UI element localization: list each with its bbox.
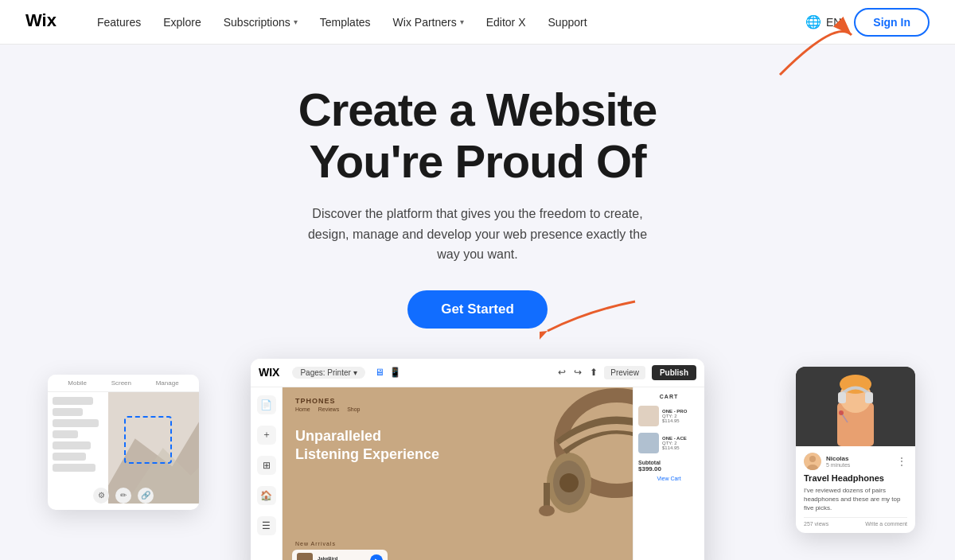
user-info: Nicolas 5 minutes bbox=[826, 455, 891, 468]
main-editor-window: WIX Pages: Printer ▾ 🖥 📱 ↩ ↪ ⬆ Preview P… bbox=[251, 359, 704, 560]
desktop-icon[interactable]: 🖥 bbox=[375, 367, 384, 378]
signin-button[interactable]: Sign In bbox=[854, 8, 930, 37]
cart-panel: CART ONE - PRO QTY: 2 $114.95 ONE - ACE bbox=[633, 387, 704, 560]
editor-sidebar: 📄 ＋ ⊞ 🏠 ☰ bbox=[251, 387, 283, 560]
left-col-manage: Manage bbox=[156, 379, 179, 387]
user-name: Nicolas bbox=[826, 455, 891, 462]
left-card-body bbox=[48, 392, 199, 504]
nav-templates[interactable]: Templates bbox=[320, 16, 371, 29]
preview-section: Mobile Screen Manage bbox=[0, 359, 955, 560]
cart-total-amount: $399.00 bbox=[638, 465, 700, 472]
svg-point-22 bbox=[839, 410, 844, 415]
nav-features[interactable]: Features bbox=[97, 16, 141, 29]
globe-icon: 🌐 bbox=[805, 14, 821, 29]
svg-point-11 bbox=[559, 473, 579, 492]
cart-title: CART bbox=[638, 394, 700, 399]
blog-card-body: Nicolas 5 minutes ⋮ Travel Headphones I'… bbox=[796, 446, 915, 534]
sidebar-add-icon[interactable]: ＋ bbox=[257, 426, 276, 445]
chevron-down-icon: ▾ bbox=[294, 18, 298, 26]
wix-logo[interactable]: Wix bbox=[25, 12, 65, 33]
cart-item-image-2 bbox=[638, 433, 659, 453]
left-card-icon-3[interactable]: 🔗 bbox=[138, 488, 154, 504]
sidebar-media-icon[interactable]: 🏠 bbox=[257, 486, 276, 505]
post-footer: 257 views Write a comment bbox=[804, 517, 907, 527]
canvas-navigation: Home Reviews Shop bbox=[295, 406, 361, 412]
editor-device-icons: 🖥 📱 bbox=[375, 367, 401, 378]
canvas-section-label: New Arrivals bbox=[295, 541, 336, 546]
cta-arrow bbox=[540, 295, 643, 343]
nav-explore[interactable]: Explore bbox=[163, 16, 201, 29]
nav-subscriptions[interactable]: Subscriptions ▾ bbox=[224, 16, 298, 29]
left-card-actions: ⚙ ✏ 🔗 bbox=[48, 488, 199, 504]
undo-icon[interactable]: ↩ bbox=[558, 367, 566, 378]
left-card-rows bbox=[48, 392, 108, 504]
language-selector[interactable]: 🌐 EN bbox=[805, 14, 841, 29]
svg-rect-20 bbox=[865, 392, 873, 403]
editor-preview-button[interactable]: Preview bbox=[604, 366, 645, 379]
hero-subtitle: Discover the platform that gives you the… bbox=[302, 204, 653, 265]
hero-title: Create a Website You're Proud Of bbox=[16, 84, 939, 188]
left-editor-card: Mobile Screen Manage bbox=[48, 375, 199, 510]
user-avatar bbox=[804, 453, 821, 470]
canvas-nav-home: Home bbox=[295, 406, 310, 412]
editor-wix-logo: WIX bbox=[259, 366, 279, 379]
editor-publish-button[interactable]: Publish bbox=[652, 365, 696, 380]
blog-card-image bbox=[796, 367, 915, 446]
post-body: I've reviewed dozens of pairs headphones… bbox=[804, 486, 907, 513]
canvas-brand-label: TPHONES bbox=[295, 397, 336, 405]
cart-view-button[interactable]: View Cart bbox=[638, 476, 700, 481]
editor-topbar: WIX Pages: Printer ▾ 🖥 📱 ↩ ↪ ⬆ Preview P… bbox=[251, 359, 704, 387]
nav-right: 🌐 EN Sign In bbox=[805, 8, 930, 37]
svg-point-24 bbox=[809, 456, 816, 462]
sidebar-pages-icon[interactable]: 📄 bbox=[257, 395, 276, 414]
svg-rect-19 bbox=[838, 392, 846, 403]
nav-support[interactable]: Support bbox=[548, 16, 587, 29]
right-blog-card: Nicolas 5 minutes ⋮ Travel Headphones I'… bbox=[796, 367, 915, 534]
share-icon[interactable]: ⬆ bbox=[590, 367, 598, 378]
canvas-music-card: JakeBird Mo Again ▶ bbox=[292, 550, 388, 560]
editor-page-selector[interactable]: Pages: Printer ▾ bbox=[292, 367, 364, 379]
left-card-icon-2[interactable]: ✏ bbox=[115, 488, 131, 504]
editor-body: 📄 ＋ ⊞ 🏠 ☰ TPHONES Home Reviews Shop Unpa… bbox=[251, 387, 704, 560]
editor-canvas: TPHONES Home Reviews Shop Unparalleled L… bbox=[283, 387, 704, 560]
music-thumbnail bbox=[297, 553, 313, 560]
person-graphic bbox=[796, 367, 915, 446]
redo-icon[interactable]: ↪ bbox=[574, 367, 582, 378]
left-card-header: Mobile Screen Manage bbox=[48, 375, 199, 392]
left-col-mobile: Mobile bbox=[68, 379, 87, 387]
svg-point-14 bbox=[539, 505, 555, 516]
cart-item-1: ONE - PRO QTY: 2 $114.95 bbox=[638, 406, 700, 426]
cart-item-info-2: ONE - ACE QTY: 2 $114.95 bbox=[662, 436, 700, 450]
canvas-headline: Unparalleled Listening Experience bbox=[295, 427, 439, 465]
cart-subtotal-label: Subtotal bbox=[638, 460, 700, 465]
svg-text:Wix: Wix bbox=[25, 12, 57, 29]
chevron-down-icon: ▾ bbox=[460, 18, 464, 26]
hero-section: Create a Website You're Proud Of Discove… bbox=[0, 45, 955, 344]
cart-item-2: ONE - ACE QTY: 2 $114.95 bbox=[638, 433, 700, 453]
music-play-button[interactable]: ▶ bbox=[370, 554, 383, 560]
cart-item-info-1: ONE - PRO QTY: 2 $114.95 bbox=[662, 409, 700, 423]
get-started-button[interactable]: Get Started bbox=[407, 290, 548, 329]
left-col-screen: Screen bbox=[111, 379, 131, 387]
editor-toolbar: ↩ ↪ ⬆ bbox=[558, 367, 598, 378]
post-title: Travel Headphones bbox=[804, 473, 907, 483]
nav-editor-x[interactable]: Editor X bbox=[486, 16, 526, 29]
left-card-preview bbox=[108, 392, 199, 504]
cta-wrapper: Get Started bbox=[407, 290, 548, 329]
write-comment-button[interactable]: Write a comment bbox=[865, 521, 907, 527]
nav-links: Features Explore Subscriptions ▾ Templat… bbox=[97, 16, 805, 29]
left-card-icon-1[interactable]: ⚙ bbox=[93, 488, 109, 504]
music-info: JakeBird Mo Again bbox=[318, 556, 365, 560]
user-menu-icon[interactable]: ⋮ bbox=[896, 455, 907, 468]
nav-wix-partners[interactable]: Wix Partners ▾ bbox=[393, 16, 464, 29]
sidebar-layers-icon[interactable]: ☰ bbox=[257, 516, 276, 535]
cart-item-image-1 bbox=[638, 406, 659, 426]
sidebar-apps-icon[interactable]: ⊞ bbox=[257, 456, 276, 475]
blog-card-user: Nicolas 5 minutes ⋮ bbox=[804, 453, 907, 470]
canvas-nav-reviews: Reviews bbox=[318, 406, 339, 412]
post-views: 257 views bbox=[804, 521, 828, 527]
mobile-icon[interactable]: 📱 bbox=[389, 367, 401, 378]
user-time: 5 minutes bbox=[826, 462, 891, 468]
navbar: Wix Features Explore Subscriptions ▾ Tem… bbox=[0, 0, 955, 45]
dashed-selection-rect bbox=[124, 416, 172, 464]
